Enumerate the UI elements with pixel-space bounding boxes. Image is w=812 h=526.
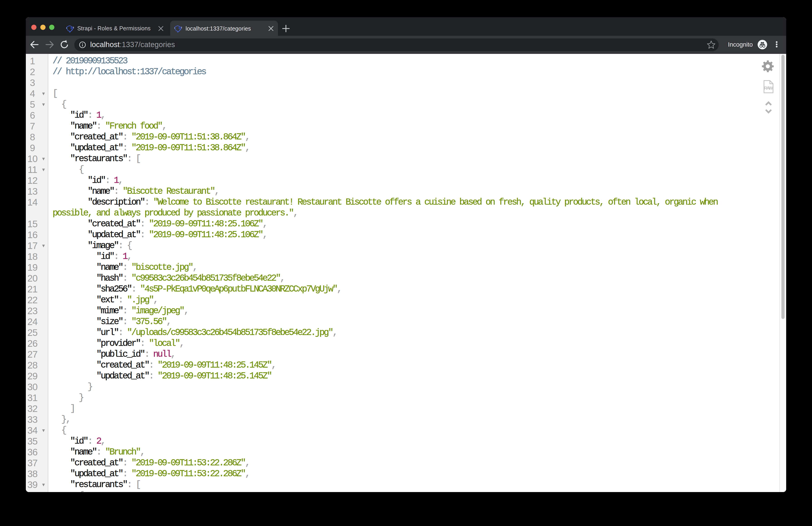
svg-text:RAW: RAW [764, 86, 773, 91]
